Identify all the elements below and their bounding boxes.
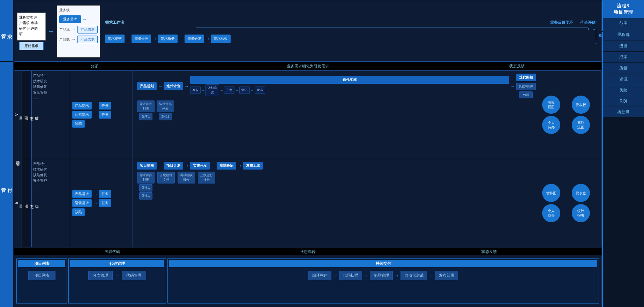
prod-lines: 产品线 → 产品需求 产品线 → 产品需求 (59, 26, 98, 43)
biz-demand-box: 业务需求 (59, 15, 81, 23)
stable-task-row-ops: 运营需求 → 任务 (72, 199, 130, 207)
prod-demand-2: 产品需求 (77, 36, 98, 43)
stable-task-defect: 缺陷 (72, 208, 85, 216)
task-row-defect: 缺陷 (72, 120, 130, 128)
phase-iter-review-col: 迭代回顾 复盘&回顾 Wiki (516, 74, 536, 98)
stable-tools-col: 甘特图 仪表盘 个人待办 统计报表 (540, 159, 601, 247)
demand-steps: 需求提交 → 需求受理 → 需求拆分 → 需求研发 → 需求验收 (105, 35, 596, 43)
stable-sub-boxes: 需求待办列表 版本1 版本1 开发设计文档 测试验收报告 (137, 172, 536, 200)
top-section: 业务需求 用户需求 市场研究 用户调研 原始需求 → 业务线 业务需求 → 产品… (14, 1, 601, 62)
prod-line-1-label: 产品线 (59, 27, 70, 32)
cd-scan: 代码扫描 (339, 271, 362, 280)
stable-ver2: 版本1 (139, 192, 152, 200)
arrow-step-4: → (205, 36, 210, 42)
tool-dashboard-agile: 仪表板 (572, 96, 590, 114)
cd-compile: 编译构建 (308, 271, 331, 280)
biz-line-box: 业务线 业务需求 → 产品线 → 产品需求 产品线 → (57, 5, 100, 58)
step-accept: 需求受理 (132, 35, 151, 43)
phase-prod-plan: 产品规划 (137, 82, 157, 90)
stable-task-ops-task: 任务 (99, 199, 111, 207)
jiaofu-label: 交付管理 (0, 62, 13, 307)
stable-req-list: 需求待办列表 (137, 172, 155, 184)
stable-task-row-prod: 产品需求 → 任务 (72, 190, 130, 198)
agile-tools-col: 看板视图 仪表板 个人待办 累积流图 (540, 71, 601, 159)
bottom-label-status: 状态反馈 (481, 249, 497, 254)
stable-proj-details: 产品特性 技术研究 缺陷修复 安全管控 ...... (32, 159, 70, 247)
iter-plan-sub-list: 迭代待办列表 (157, 100, 174, 112)
tool-gantt: 甘特图 (542, 184, 560, 202)
proj-list-title: 项目列表 (18, 260, 65, 267)
wiki-box: Wiki (519, 91, 533, 98)
step-dev: 需求研发 (185, 35, 204, 43)
prod-demand-1: 产品需求 (77, 26, 98, 33)
stable-tasks-col: 产品需求 → 任务 运营需求 → 任务 缺陷 (70, 159, 133, 247)
task-ops-task: 任务 (99, 111, 111, 119)
task-ops-req: 运营需求 (72, 111, 92, 119)
stable-task-row-defect: 缺陷 (72, 208, 130, 216)
branch-mgmt: 分支管理 (88, 271, 113, 280)
phase-iter-plan: 迭代计划 (164, 82, 183, 90)
agile-tasks-col: 产品需求 → 任务 运营需求 → 任务 缺陷 (70, 71, 133, 159)
iter-sub-ready: 准备 (190, 87, 201, 94)
phase-iter-impl: 迭代实施 (190, 76, 509, 84)
code-mgmt-flow: 分支管理 → 代码管理 (86, 269, 148, 282)
agile-phases: 产品规划 → 迭代计划 → 迭代实施 准备 → (137, 74, 536, 98)
biz-line-label: 业务线 (59, 8, 70, 13)
proj-list-inner: 项目列表 (26, 269, 58, 282)
agile-proj-label: 敏态项目A (22, 71, 32, 159)
bottom-content: 项目列表 项目列表 代码管理 分支管理 → 代码管理 持续交付 (14, 256, 601, 306)
bottom-label-flow: 状态流转 (300, 249, 315, 254)
agile-project-row: 敏态项目A 产品特性 技术研究 缺陷修复 安全管控 ...... 产品需求 → … (22, 71, 601, 159)
sidebar-item-milestone[interactable]: 里程碑 (603, 29, 644, 40)
prod-plan-ver: 版本1 (139, 113, 152, 120)
step-submit: 需求提交 (105, 35, 125, 43)
iter-sub-release: 发布 (255, 87, 265, 94)
step-verify: 需求验收 (211, 35, 231, 43)
stable-deploy-sub: 上线运行报告 (198, 172, 215, 200)
stable-test: 测试验证 (217, 162, 236, 170)
sidebar-item-quality[interactable]: 质量 (603, 63, 644, 74)
tool-personal-todo-stable: 个人待办 (542, 204, 560, 222)
arrow-step-2: → (152, 36, 157, 42)
iter-sub-dev: 开发 (224, 87, 234, 94)
arrow-step-1: → (126, 36, 130, 42)
tool-personal-todo-agile: 个人待办 (542, 116, 560, 134)
right-sidebar: 流程&项目管理 范围 里程碑 进度 成本 质量 资源 风险 ROI 满意度 (602, 0, 644, 307)
sidebar-item-roi[interactable]: ROI (603, 96, 644, 106)
agile-plan-sub: 需求待办列表 版本1 (137, 100, 155, 120)
separator-row: 分派 业务需求细化为研发需求 状态反馈 (14, 62, 601, 70)
agile-proj-details: 产品特性 技术研究 缺陷修复 安全管控 ...... (32, 71, 70, 159)
agile-iter-sub: 迭代待办列表 迭代1 (157, 100, 174, 120)
sep-dispatch: 分派 (91, 63, 98, 69)
xuqiu-label: 需求管理 (0, 0, 13, 61)
sep-refine: 业务需求细化为研发需求 (287, 63, 329, 69)
sidebar-item-satisfaction[interactable]: 满意度 (603, 106, 644, 118)
sidebar-header: 流程&项目管理 (603, 0, 644, 18)
stable-proj-label: 稳态项目B (22, 159, 32, 247)
stable-flow-col: 项目范围 → 项目计划 → 实施开发 → 测试验证 → 发布上线 (133, 159, 540, 247)
stable-project-row: 稳态项目B 产品特性 技术研究 缺陷修复 安全管控 ...... 产品需求 → … (22, 159, 601, 247)
mid-content: 敏态项目A 产品特性 技术研究 缺陷修复 安全管控 ...... 产品需求 → … (22, 71, 601, 247)
code-mgmt-title: 代码管理 (70, 260, 164, 267)
stable-ver1: 版本1 (139, 184, 152, 192)
stable-scope: 项目范围 (137, 162, 157, 170)
iter-sub-test: 测试 (239, 87, 250, 94)
sidebar-item-scope[interactable]: 范围 (603, 18, 644, 29)
agile-sub-boxes: 需求待办列表 版本1 迭代待办列表 迭代1 (137, 100, 536, 120)
cd-title: 持续交付 (169, 260, 597, 267)
stable-impl: 实施开发 (190, 162, 210, 170)
cd-deploy: 发布部署 (435, 271, 458, 280)
code-mgmt-block: 代码管理 分支管理 → 代码管理 (68, 258, 166, 304)
sidebar-item-resource[interactable]: 资源 (603, 74, 644, 85)
iter-plan-ver: 迭代1 (159, 113, 172, 120)
sidebar-item-risk[interactable]: 风险 (603, 85, 644, 96)
stable-plan: 项目计划 (164, 162, 183, 170)
left-labels: 需求管理 交付管理 (0, 0, 13, 307)
tool-stats: 统计报表 (572, 204, 590, 222)
code-mgmt-item: 代码管理 (122, 271, 146, 280)
sidebar-item-progress[interactable]: 进度 (603, 40, 644, 52)
sidebar-item-cost[interactable]: 成本 (603, 52, 644, 63)
prod-plan-sub-list: 需求待办列表 (137, 100, 155, 112)
mid-section: 项目集 敏态项目A 产品特性 技术研究 缺陷修复 安全管控 ...... (14, 70, 601, 247)
top-right-flow: 需求工作流 业务反馈闭环 价值评估 → 需求提交 → 需求受 (102, 18, 598, 44)
